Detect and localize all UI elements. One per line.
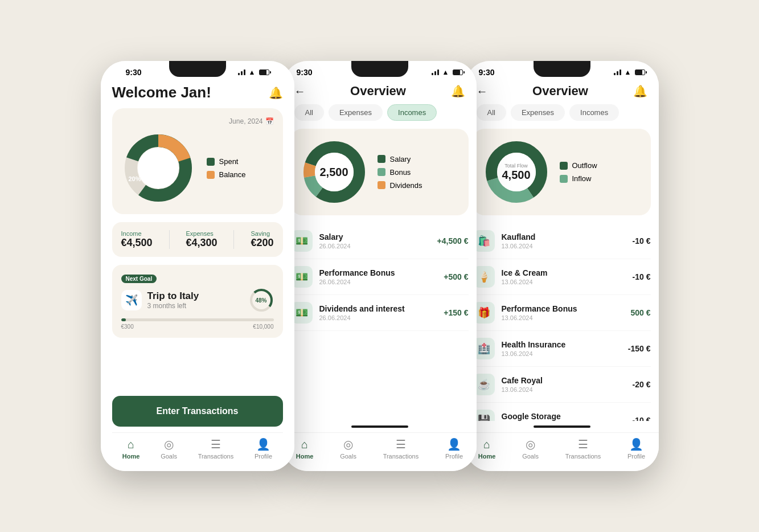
nav-transactions-1[interactable]: ☰ Transactions: [198, 437, 234, 460]
transactions-icon-1: ☰: [211, 437, 221, 451]
tx-date-perf-bonus: 13.06.2024: [502, 314, 624, 321]
overview-chart-area-3: Total Flow 4,500 Outflow Inflow: [482, 138, 642, 206]
progress-ring-label: 48%: [255, 297, 266, 304]
status-time-1: 9:30: [126, 68, 142, 77]
goal-title: Trip to Italy: [147, 290, 199, 302]
donut-value-2: 2,500: [319, 166, 348, 179]
donut-svg: [121, 131, 195, 205]
tx-item-ice-cream: 🍦 Ice & Cream 13.06.2024 -10 €: [473, 259, 651, 295]
status-time-2: 9:30: [297, 68, 313, 77]
tx-name-kaufland: Kaufland: [502, 232, 626, 242]
notch: [169, 61, 226, 77]
nav-home-3[interactable]: ⌂ Home: [478, 438, 496, 460]
back-button-2[interactable]: ←: [294, 85, 306, 98]
tx-name-dividends: Dividends and interest: [319, 304, 437, 313]
nav-profile-label-3: Profile: [627, 453, 645, 460]
income-value: €4,500: [121, 237, 153, 249]
welcome-title: Welcome Jan!: [112, 84, 211, 101]
overview-header-3: ← Overview 🔔: [465, 79, 659, 104]
expenses-label: Expenses: [186, 230, 217, 237]
legend-salary: Salary: [378, 155, 422, 163]
enter-transactions-button[interactable]: Enter Transactions: [112, 396, 283, 427]
tx-amount-health: -150 €: [628, 344, 651, 353]
donut-chart: 80% 20%: [121, 131, 195, 205]
goal-text: Trip to Italy 3 months left: [147, 290, 199, 310]
tabs-row-2: All Expenses Incomes: [283, 104, 477, 129]
calendar-icon[interactable]: 📅: [265, 117, 274, 125]
legend-item-balance: Balance: [207, 170, 246, 179]
overview-content-2: 9:30 ▲ ← Overview 🔔 All Expenses Incomes: [283, 61, 477, 471]
tx-date-cafe: 13.06.2024: [502, 386, 626, 393]
tab-expenses-2[interactable]: Expenses: [329, 104, 383, 121]
goal-row: ✈️ Trip to Italy 3 months left 48%: [121, 288, 274, 313]
nav-transactions-label-3: Transactions: [565, 453, 601, 460]
tx-info-bonus: Performance Bonus 26.06.2024: [319, 268, 437, 285]
nav-home-2[interactable]: ⌂ Home: [296, 438, 314, 460]
back-button-3[interactable]: ←: [477, 85, 488, 98]
nav-goals-2[interactable]: ◎ Goals: [340, 437, 356, 460]
home-indicator-2: [351, 425, 408, 428]
legend-dot-spent: [207, 158, 215, 166]
tx-amount-google: -10 €: [633, 416, 651, 421]
overview-donut-3: Total Flow 4,500: [482, 138, 551, 206]
tx-info-salary: Salary 26.06.2024: [319, 232, 430, 249]
tx-info-ice-cream: Ice & Cream 13.06.2024: [502, 268, 626, 285]
tx-info-health: Health Insurance 13.06.2024: [502, 340, 621, 357]
tab-all-2[interactable]: All: [294, 104, 324, 121]
overview-donut-center-3: Total Flow 4,500: [502, 163, 530, 182]
nav-goals-3[interactable]: ◎ Goals: [522, 437, 539, 460]
nav-home-label-3: Home: [478, 453, 496, 460]
wifi-icon-3: ▲: [625, 68, 631, 76]
signal-icon-2: [432, 69, 439, 75]
legend-dot-dividends: [378, 181, 385, 189]
nav-home-1[interactable]: ⌂ Home: [122, 438, 140, 460]
donut-label-80: 80%: [159, 152, 172, 158]
nav-transactions-label-2: Transactions: [383, 453, 419, 460]
nav-home-label-2: Home: [296, 453, 314, 460]
overview-donut-center-2: 2,500: [319, 166, 348, 179]
phones-container: 9:30 ▲ Welcome Jan! 🔔 June, 2024 📅: [78, 50, 682, 482]
nav-profile-label-1: Profile: [255, 453, 272, 460]
status-icons-2: ▲: [432, 68, 463, 76]
bell-icon-home[interactable]: 🔔: [269, 86, 283, 100]
goals-icon-2: ◎: [343, 437, 353, 451]
tx-item-kaufland: 🛍️ Kaufland 13.06.2024 -10 €: [473, 223, 651, 259]
bottom-nav-3: ⌂ Home ◎ Goals ☰ Transactions 👤 Profile: [465, 432, 659, 471]
home-header: Welcome Jan! 🔔: [112, 79, 283, 108]
phone-3-overview-all: 9:30 ▲ ← Overview 🔔 All Expenses Incomes: [465, 61, 659, 471]
battery-icon-1: [259, 69, 269, 75]
nav-profile-label-2: Profile: [445, 453, 463, 460]
phone-2-overview: 9:30 ▲ ← Overview 🔔 All Expenses Incomes: [283, 61, 477, 471]
tx-item-health: 🏥 Health Insurance 13.06.2024 -150 €: [473, 331, 651, 367]
tab-incomes-3[interactable]: Incomes: [569, 104, 619, 121]
bell-icon-2[interactable]: 🔔: [451, 84, 465, 98]
goals-icon-3: ◎: [526, 437, 535, 451]
nav-profile-2[interactable]: 👤 Profile: [445, 437, 463, 460]
legend-label-salary: Salary: [390, 155, 411, 163]
tab-expenses-3[interactable]: Expenses: [511, 104, 565, 121]
tab-incomes-2[interactable]: Incomes: [387, 104, 437, 121]
nav-transactions-2[interactable]: ☰ Transactions: [383, 437, 419, 460]
nav-transactions-3[interactable]: ☰ Transactions: [565, 437, 601, 460]
goal-progress-bar: [121, 318, 274, 321]
goal-progress-fill: [121, 318, 126, 321]
bottom-nav-1: ⌂ Home ◎ Goals ☰ Transactions 👤 Profile: [112, 432, 283, 471]
plane-icon: ✈️: [121, 290, 142, 310]
signal-icon-3: [614, 69, 621, 75]
battery-icon-3: [635, 69, 645, 75]
nav-profile-3[interactable]: 👤 Profile: [627, 437, 645, 460]
next-goal-badge: Next Goal: [121, 275, 157, 283]
tx-name-google: Google Storage: [502, 412, 626, 421]
nav-goals-1[interactable]: ◎ Goals: [161, 437, 177, 460]
bell-icon-3[interactable]: 🔔: [633, 84, 647, 98]
nav-goals-label-2: Goals: [340, 453, 356, 460]
legend-dot-balance: [207, 171, 215, 179]
legend-label-inflow: Inflow: [572, 174, 592, 183]
svg-point-3: [138, 148, 179, 189]
legend-dot-outflow: [560, 162, 568, 170]
tx-item-bonus: 💵 Performance Bonus 26.06.2024 +500 €: [291, 259, 469, 295]
tab-all-3[interactable]: All: [477, 104, 506, 121]
home-indicator-3: [534, 425, 590, 428]
nav-profile-1[interactable]: 👤 Profile: [255, 437, 272, 460]
tx-date-bonus: 26.06.2024: [319, 279, 437, 285]
